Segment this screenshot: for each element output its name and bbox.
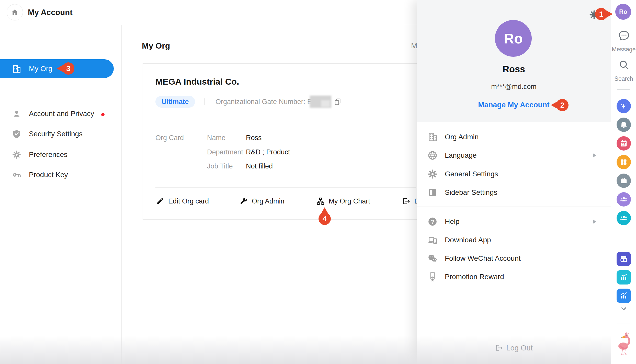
rail-avatar[interactable]: Ro: [615, 4, 631, 20]
rail-divider: [617, 89, 630, 90]
banknote-icon[interactable]: [617, 252, 631, 266]
question-circle-icon: ?: [427, 217, 438, 227]
devices-icon: [427, 235, 438, 245]
menu-item-label: Promotion Reward: [445, 273, 504, 281]
card-divider: [155, 187, 416, 188]
search-icon[interactable]: [618, 59, 630, 71]
gear-icon: [12, 150, 21, 159]
field-value: Ross: [246, 134, 262, 142]
people-icon[interactable]: [617, 192, 631, 207]
chevron-right-icon: [593, 219, 596, 224]
menu-item-label: Follow WeChat Account: [445, 254, 521, 263]
field-label: Name: [207, 134, 225, 142]
menu-item-sidebar-settings[interactable]: Sidebar Settings: [417, 183, 611, 202]
rail-item-message-label[interactable]: Message: [611, 46, 636, 53]
logout-icon: [495, 344, 503, 352]
people-chat-icon[interactable]: [617, 211, 631, 225]
menu-item-language[interactable]: Language: [417, 146, 611, 165]
menu-item-label: Sidebar Settings: [445, 188, 497, 197]
grid-icon[interactable]: [617, 155, 631, 169]
sidebar-item-label: Preferences: [29, 151, 67, 159]
notification-dot: [101, 113, 105, 116]
org-card-actions: Edit Org card Org Admin My Org Chart Exi…: [152, 194, 417, 208]
org-chart-icon: [316, 197, 325, 205]
tutorial-marker-4: 4: [319, 213, 331, 225]
field-value: Not filled: [246, 162, 273, 170]
menu-item-label: Download App: [445, 236, 491, 244]
sidebar-item-label: Account and Privacy: [29, 110, 94, 118]
bar-chart-icon[interactable]: [617, 270, 631, 285]
calendar-icon[interactable]: 26: [617, 136, 631, 151]
bell-icon[interactable]: [617, 118, 631, 132]
redacted-gate-number: [310, 96, 331, 108]
rail-item-search-label[interactable]: Search: [611, 75, 636, 82]
chevron-down-icon[interactable]: [619, 304, 628, 313]
home-icon: [11, 8, 19, 16]
user-name: Ross: [417, 64, 611, 75]
menu-divider: [417, 207, 611, 207]
svg-text:26: 26: [622, 143, 626, 146]
wrench-icon: [240, 197, 248, 205]
manage-my-account-link[interactable]: Manage My Account: [417, 101, 611, 109]
wechat-icon: [427, 253, 438, 264]
sidebar-icon: [427, 187, 438, 198]
clipped-top-right-link[interactable]: M: [411, 40, 417, 52]
marker-number: 3: [66, 64, 71, 73]
field-value: R&D ; Product: [246, 148, 290, 156]
log-out-button[interactable]: Log Out: [417, 342, 611, 354]
user-email: m***@md.com: [417, 83, 611, 91]
sidebar-item-account-privacy[interactable]: Account and Privacy: [0, 105, 118, 122]
menu-item-label: Language: [445, 151, 477, 160]
pencil-icon: [156, 197, 164, 205]
menu-item-general-settings[interactable]: General Settings: [417, 165, 611, 183]
marker-number: 1: [599, 10, 604, 18]
menu-item-promotion-reward[interactable]: Promotion Reward: [417, 268, 611, 286]
building-icon: [427, 132, 438, 142]
globe-icon: [427, 150, 438, 161]
org-admin-action[interactable]: Org Admin: [240, 197, 285, 205]
sidebar-item-security-settings[interactable]: Security Settings: [0, 126, 118, 142]
sidebar-item-label: Security Settings: [29, 130, 83, 138]
flamingo-image: [615, 329, 633, 358]
exit-organization-action[interactable]: Exit Organiza: [402, 197, 417, 205]
action-label: My Org Chart: [329, 197, 370, 205]
log-out-label: Log Out: [506, 344, 532, 352]
menu-item-org-admin[interactable]: Org Admin: [417, 128, 611, 146]
home-button[interactable]: [7, 4, 23, 20]
marker-number: 4: [323, 214, 327, 223]
copy-icon[interactable]: [334, 98, 342, 106]
action-label: Exit Organiza: [414, 197, 417, 205]
field-label: Job Title: [207, 162, 233, 170]
key-icon: [12, 170, 21, 179]
tutorial-marker-3: 3: [62, 62, 74, 75]
bar-chart-icon[interactable]: [617, 289, 631, 303]
tutorial-marker-2: 2: [556, 99, 569, 111]
person-icon: [12, 109, 21, 118]
marker-tail: [606, 10, 613, 18]
medal-icon: [427, 272, 438, 282]
account-dropdown-panel: Ro Ross m***@md.com Manage My Account Or…: [417, 0, 611, 364]
my-org-chart-action[interactable]: My Org Chart: [316, 197, 370, 205]
rail-divider: [617, 245, 630, 245]
menu-item-label: Help: [445, 218, 460, 226]
sidebar-item-label: Product Key: [29, 171, 68, 179]
action-label: Org Admin: [252, 197, 285, 205]
chat-bubble-icon[interactable]: [618, 30, 630, 41]
org-name: MEGA Industrial Co.: [155, 77, 239, 87]
gate-number-label: Organizational Gate Number: EU: [215, 96, 317, 108]
briefcase-icon[interactable]: [617, 174, 631, 188]
flash-icon[interactable]: [617, 99, 631, 113]
menu-item-label: General Settings: [445, 170, 498, 178]
menu-item-follow-wechat[interactable]: Follow WeChat Account: [417, 249, 611, 268]
exit-icon: [402, 197, 410, 205]
sidebar-item-preferences[interactable]: Preferences: [0, 146, 118, 163]
marker-number: 2: [560, 101, 565, 109]
avatar[interactable]: Ro: [495, 20, 532, 57]
edit-org-card-action[interactable]: Edit Org card: [156, 197, 209, 205]
marker-tail: [551, 101, 557, 109]
sidebar-item-product-key[interactable]: Product Key: [0, 166, 118, 183]
field-label: Department: [207, 148, 243, 156]
menu-item-download-app[interactable]: Download App: [417, 231, 611, 249]
gear-icon: [427, 169, 438, 179]
menu-item-help[interactable]: ? Help: [417, 212, 611, 231]
